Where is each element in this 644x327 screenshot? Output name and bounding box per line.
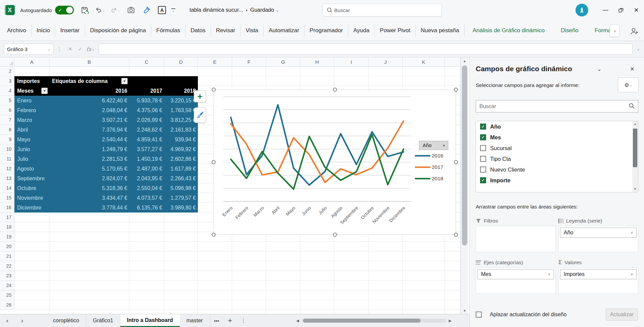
ribbon-tab-datos[interactable]: Datos xyxy=(185,25,211,37)
column-header-B[interactable]: B xyxy=(49,57,129,66)
pivot-value-cell[interactable]: 2.540,44 € xyxy=(49,135,129,144)
row-header-24[interactable]: 24 xyxy=(0,281,14,290)
scroll-left-icon[interactable]: ◀ xyxy=(294,319,302,323)
pivot-value-cell[interactable]: 3.778,44 € xyxy=(49,203,129,213)
row-header-26[interactable]: 26 xyxy=(0,300,14,310)
ribbon-tab-fórmulas[interactable]: Fórmulas xyxy=(151,25,185,37)
row-header-3[interactable]: 3 xyxy=(0,76,14,86)
document-title[interactable]: tabla dinámica sucur... xyxy=(189,7,243,13)
legend-item-2017[interactable]: 2017 xyxy=(415,164,443,170)
pivot-value-cell[interactable]: 2.602,86 € xyxy=(164,154,198,164)
update-button[interactable]: Actualizar xyxy=(606,309,638,321)
pivot-value-cell[interactable]: 3.989,80 € xyxy=(164,203,198,213)
pivot-value-cell[interactable]: 6.135,76 € xyxy=(129,203,164,213)
ribbon-tab-power-pivot[interactable]: Power Pivot xyxy=(375,25,416,37)
column-header-J[interactable]: J xyxy=(369,57,403,66)
column-header-A[interactable]: A xyxy=(14,57,49,66)
field-item-nuevo-cliente[interactable]: Nuevo Cliente xyxy=(476,164,638,175)
cancel-entry-button[interactable]: ✕ xyxy=(65,44,75,54)
undo-button[interactable]: ⌄ xyxy=(95,5,105,15)
column-header-C[interactable]: C xyxy=(129,57,164,66)
row-header-16[interactable]: 16 xyxy=(0,203,14,213)
ribbon-tab-insertar[interactable]: Insertar xyxy=(55,25,85,37)
series-line-2016[interactable] xyxy=(231,105,403,185)
scroll-down-icon[interactable]: ▼ xyxy=(632,186,638,192)
ribbon-tab-automatizar[interactable]: Automatizar xyxy=(264,25,305,37)
sheet-tab-master[interactable]: master xyxy=(180,314,210,327)
scroll-up-icon[interactable]: ▲ xyxy=(461,57,468,64)
chart-styles-button[interactable] xyxy=(194,107,206,123)
pivot-month-cell[interactable]: Octubre xyxy=(14,183,49,193)
pivot-value-cell[interactable]: 2.161,83 € xyxy=(164,125,198,135)
pivot-month-cell[interactable]: Septiembre xyxy=(14,174,49,183)
field-item-sucursal[interactable]: Sucursal xyxy=(476,143,638,153)
camera-icon[interactable] xyxy=(126,5,136,15)
pivot-value-cell[interactable]: 2.026,99 € xyxy=(129,115,164,125)
pivot-value-cell[interactable]: 5.170,65 € xyxy=(49,164,129,174)
column-header-G[interactable]: G xyxy=(266,57,300,66)
row-header-8[interactable]: 8 xyxy=(0,125,14,135)
row-header-22[interactable]: 22 xyxy=(0,261,14,271)
scroll-down-icon[interactable]: ▼ xyxy=(461,307,468,314)
pivot-value-cell[interactable]: 3.812,25 € xyxy=(164,115,198,125)
vertical-scroll-thumb[interactable] xyxy=(462,65,467,245)
insert-function-button[interactable]: fx⌄ xyxy=(85,44,95,54)
field-item-mes[interactable]: ✓Mes xyxy=(476,132,638,143)
autosave-toggle[interactable]: ✓ xyxy=(55,6,74,14)
field-checkbox-tipo-cta[interactable] xyxy=(480,156,486,162)
area-chip-mes[interactable]: Mes˅ xyxy=(477,269,554,279)
row-header-20[interactable]: 20 xyxy=(0,242,14,251)
field-search-input[interactable] xyxy=(476,103,629,109)
select-all-corner[interactable] xyxy=(0,57,14,66)
restore-button[interactable] xyxy=(613,0,629,20)
tab-overflow-icon[interactable]: ••• xyxy=(210,314,223,327)
chart-selection-handle[interactable] xyxy=(212,233,216,237)
pivot-month-cell[interactable]: Agosto xyxy=(14,164,49,174)
ribbon-expand-button[interactable]: › xyxy=(610,24,620,37)
pivot-value-cell[interactable]: 7.376,94 € xyxy=(49,125,129,135)
chart-elements-button[interactable]: + xyxy=(194,90,206,102)
chart-selection-handle[interactable] xyxy=(333,88,337,92)
pivot-value-cell[interactable]: 1.763,58 € xyxy=(164,105,198,115)
formula-bar-expand[interactable]: ⌄ xyxy=(633,47,644,51)
legend-area[interactable]: Leyenda (serie) Año˅ xyxy=(558,216,638,252)
field-checkbox-importe[interactable]: ✓ xyxy=(480,177,486,183)
pivot-month-cell[interactable]: Noviembre xyxy=(14,193,49,203)
pivot-value-cell[interactable]: 939,94 € xyxy=(164,135,198,144)
pivot-month-cell[interactable]: Junio xyxy=(14,144,49,154)
pivot-value-cell[interactable]: 1.617,89 € xyxy=(164,164,198,174)
field-checkbox-mes[interactable]: ✓ xyxy=(480,134,486,140)
pivot-value-cell[interactable]: 2.043,95 € xyxy=(129,174,164,183)
pivot-value-cell[interactable]: 4.969,92 € xyxy=(164,144,198,154)
row-header-19[interactable]: 19 xyxy=(0,232,14,242)
draw-pen-icon[interactable] xyxy=(142,5,151,15)
pivot-table[interactable]: ImportesEtiquetas de columna▾Meses▾20162… xyxy=(14,76,198,213)
tab-menu-icon[interactable]: ⋮ xyxy=(237,314,250,327)
area-chip-año[interactable]: Año˅ xyxy=(560,228,637,238)
redo-button[interactable]: ⌄ xyxy=(111,5,120,15)
ribbon-tab-diseño[interactable]: Diseño xyxy=(553,25,587,37)
row-header-2[interactable]: 2 xyxy=(0,66,14,76)
field-checkbox-nuevo-cliente[interactable] xyxy=(480,167,486,173)
defer-layout-checkbox[interactable] xyxy=(476,312,482,318)
ribbon-tab-archivo[interactable]: Archivo xyxy=(2,25,32,37)
horizontal-scroll-thumb[interactable] xyxy=(303,319,421,323)
row-header-25[interactable]: 25 xyxy=(0,290,14,300)
column-header-D[interactable]: D xyxy=(164,57,198,66)
row-header-6[interactable]: 6 xyxy=(0,105,14,115)
save-icon[interactable] xyxy=(80,5,89,15)
pivot-month-cell[interactable]: Julio xyxy=(14,154,49,164)
row-header-11[interactable]: 11 xyxy=(0,154,14,164)
field-checkbox-año[interactable]: ✓ xyxy=(480,124,486,130)
pivot-value-cell[interactable]: 4.375,06 € xyxy=(129,105,164,115)
pivot-value-cell[interactable]: 2.048,04 € xyxy=(49,105,129,115)
row-header-23[interactable]: 23 xyxy=(0,271,14,281)
close-button[interactable]: ✕ xyxy=(629,0,644,20)
horizontal-scrollbar[interactable]: ◀ ▶ xyxy=(294,317,454,325)
pivot-month-cell[interactable]: Febrero xyxy=(14,105,49,115)
row-header-10[interactable]: 10 xyxy=(0,144,14,154)
pivot-value-cell[interactable]: 4.073,57 € xyxy=(129,193,164,203)
sheet-tab-intro-a-dashboard[interactable]: Intro a Dashboard xyxy=(120,314,180,327)
ribbon-tab-revisar[interactable]: Revisar xyxy=(211,25,241,37)
pivot-value-cell[interactable]: 3.507,21 € xyxy=(49,115,129,125)
